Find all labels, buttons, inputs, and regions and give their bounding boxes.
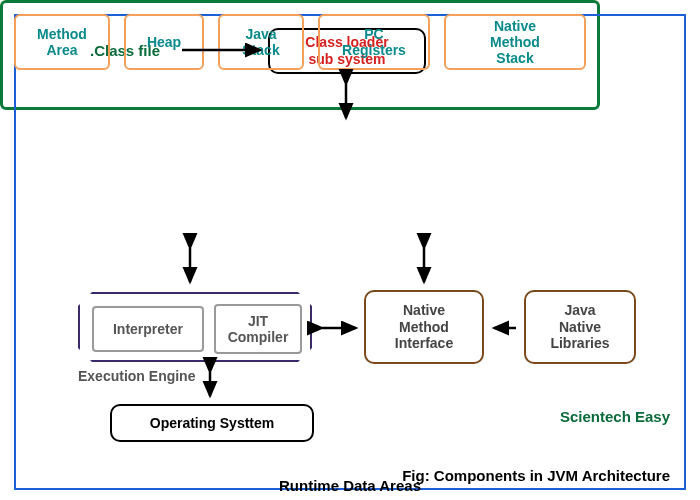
pc-registers-l1: PC bbox=[364, 26, 383, 42]
jit-l2: Compiler bbox=[228, 329, 289, 345]
method-area-l1: Method bbox=[37, 26, 87, 42]
pc-registers-l2: Registers bbox=[342, 42, 406, 58]
nms-l3: Stack bbox=[496, 50, 533, 66]
nmi-l1: Native bbox=[403, 302, 445, 319]
execution-engine-label: Execution Engine bbox=[78, 368, 195, 384]
method-area-l2: Area bbox=[46, 42, 77, 58]
interpreter-box: Interpreter bbox=[92, 306, 204, 352]
nmi-l3: Interface bbox=[395, 335, 453, 352]
pc-registers-box: PC Registers bbox=[318, 14, 430, 70]
heap-l1: Heap bbox=[147, 34, 181, 50]
java-native-libraries-box: Java Native Libraries bbox=[524, 290, 636, 364]
operating-system-box: Operating Systtem bbox=[110, 404, 314, 442]
native-method-stack-box: Native Method Stack bbox=[444, 14, 586, 70]
jit-l1: JIT bbox=[248, 313, 268, 329]
native-method-interface-box: Native Method Interface bbox=[364, 290, 484, 364]
java-stack-l2: Stack bbox=[242, 42, 279, 58]
os-label: Operating Systtem bbox=[150, 415, 274, 432]
java-stack-box: Java Stack bbox=[218, 14, 304, 70]
brand-label: Scientech Easy bbox=[560, 408, 670, 425]
jnl-l1: Java bbox=[564, 302, 595, 319]
figure-caption: Fig: Components in JVM Architecture bbox=[402, 467, 670, 484]
jit-compiler-box: JIT Compiler bbox=[214, 304, 302, 354]
nms-l1: Native bbox=[494, 18, 536, 34]
jnl-l3: Libraries bbox=[550, 335, 609, 352]
jnl-l2: Native bbox=[559, 319, 601, 336]
java-stack-l1: Java bbox=[245, 26, 276, 42]
interpreter-label: Interpreter bbox=[113, 321, 183, 337]
method-area-box: Method Area bbox=[14, 14, 110, 70]
nmi-l2: Method bbox=[399, 319, 449, 336]
heap-box: Heap bbox=[124, 14, 204, 70]
execution-engine-box: Interpreter JIT Compiler bbox=[78, 292, 312, 362]
nms-l2: Method bbox=[490, 34, 540, 50]
